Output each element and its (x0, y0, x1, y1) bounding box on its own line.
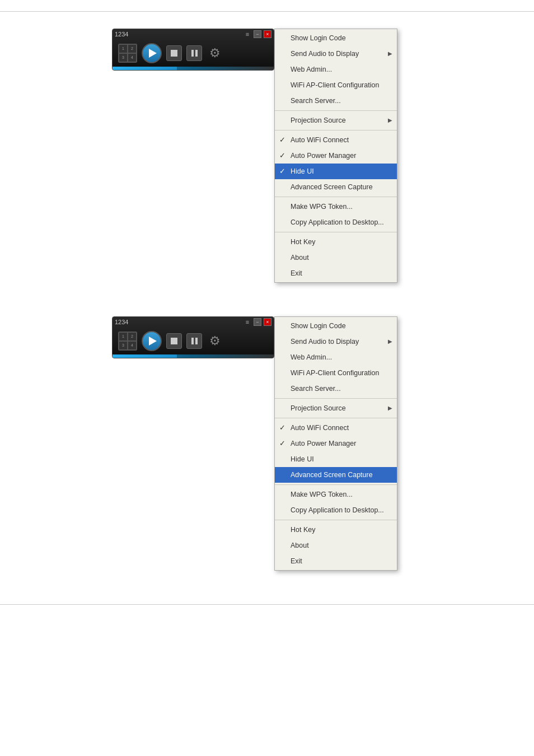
menu-item-sc2-auto-power[interactable]: Auto Power Manager (275, 436, 397, 451)
close-btn[interactable]: × (264, 30, 271, 38)
grid-layout-1: 1 2 3 4 (118, 44, 137, 63)
menu-item-sc2-send-audio[interactable]: Send Audio to Display▶ (275, 334, 397, 349)
separator-sc2-5 (275, 418, 397, 418)
separator-sc2-4 (275, 398, 397, 399)
grid-cell-4: 4 (128, 53, 137, 62)
menu-item-sc1-send-audio[interactable]: Send Audio to Display▶ (275, 46, 397, 62)
menu-item-sc1-hide-ui[interactable]: Hide UI (275, 164, 397, 179)
menu-item-sc1-about[interactable]: About (275, 250, 397, 265)
screenshot-2: 1234 ≡ − × 1 2 3 4 (112, 316, 493, 571)
progress-fill-2 (113, 354, 177, 358)
menu-item-sc2-hot-key[interactable]: Hot Key (275, 522, 397, 538)
menu-item-sc1-projection-source[interactable]: Projection Source▶ (275, 113, 397, 128)
minimize-btn-2[interactable]: − (254, 318, 261, 326)
progress-fill-1 (113, 67, 177, 70)
stop-button-2[interactable] (166, 333, 182, 349)
menu-item-sc2-auto-wifi[interactable]: Auto WiFi Connect (275, 420, 397, 436)
menu-item-sc2-advanced-screen[interactable]: Advanced Screen Capture (275, 467, 397, 483)
menu-item-sc2-exit[interactable]: Exit (275, 553, 397, 569)
separator-sc1-4 (275, 110, 397, 111)
context-menu-2: Show Login CodeSend Audio to Display▶Web… (274, 316, 397, 571)
player-widget-1: 1234 ≡ − × 1 2 3 4 (112, 29, 274, 71)
pause-bar-left (191, 50, 194, 57)
play-button-2[interactable] (142, 331, 162, 351)
menu-item-sc1-auto-wifi[interactable]: Auto WiFi Connect (275, 132, 397, 148)
page-container: 1234 ≡ − × 1 2 3 4 (0, 0, 534, 756)
arrow-icon-sc2-send-audio: ▶ (388, 337, 392, 346)
grid-cell-2: 2 (128, 44, 137, 53)
arrow-icon-sc1-send-audio: ▶ (388, 49, 392, 58)
close-btn-2[interactable]: × (264, 318, 271, 326)
menu-item-sc1-auto-power[interactable]: Auto Power Manager (275, 148, 397, 164)
progress-bar-2 (113, 354, 274, 358)
menu-item-sc1-search-server[interactable]: Search Server... (275, 93, 397, 109)
player-code-1: 1234 (115, 31, 128, 38)
grid-layout-2: 1 2 3 4 (118, 332, 137, 351)
minimize-btn[interactable]: − (254, 30, 261, 38)
menu-icon-btn[interactable]: ≡ (243, 30, 251, 38)
settings-button-1[interactable]: ⚙ (207, 45, 223, 62)
stop-button-1[interactable] (166, 45, 182, 61)
separator-sc1-11 (275, 232, 397, 232)
grid-cell-2-3: 3 (119, 341, 128, 350)
stop-icon (171, 50, 177, 57)
player-controls-2: 1 2 3 4 ⚙ (113, 327, 274, 354)
menu-item-sc1-show-login-code[interactable]: Show Login Code (275, 30, 397, 46)
play-icon (149, 49, 157, 58)
separator-sc2-11 (275, 520, 397, 520)
screenshot-1: 1234 ≡ − × 1 2 3 4 (112, 29, 493, 283)
arrow-icon-sc1-projection-source: ▶ (388, 116, 392, 125)
player-controls-1: 1 2 3 4 ⚙ (113, 39, 274, 67)
menu-item-sc2-show-login-code[interactable]: Show Login Code (275, 318, 397, 334)
stop-icon-2 (171, 338, 177, 344)
menu-item-sc2-make-wpg[interactable]: Make WPG Token... (275, 487, 397, 502)
menu-item-sc1-web-admin[interactable]: Web Admin... (275, 62, 397, 77)
pause-bar-2-left (191, 338, 194, 344)
menu-item-sc1-exit[interactable]: Exit (275, 265, 397, 281)
menu-icon-btn-2[interactable]: ≡ (243, 318, 251, 326)
grid-cell-2-1: 1 (119, 332, 128, 341)
progress-bar-1 (113, 67, 274, 70)
pause-bar-right (195, 50, 198, 57)
player-titlebar-1: 1234 ≡ − × (113, 29, 274, 39)
top-divider (0, 11, 534, 12)
pause-bar-2-right (195, 338, 198, 344)
menu-item-sc1-make-wpg[interactable]: Make WPG Token... (275, 199, 397, 214)
menu-item-sc2-copy-app[interactable]: Copy Application to Desktop... (275, 502, 397, 518)
grid-cell-3: 3 (119, 53, 128, 62)
settings-button-2[interactable]: ⚙ (207, 333, 223, 349)
grid-cell-2-4: 4 (128, 341, 137, 350)
menu-item-sc1-copy-app[interactable]: Copy Application to Desktop... (275, 214, 397, 230)
separator-sc2-9 (275, 484, 397, 485)
grid-cell-2-2: 2 (128, 332, 137, 341)
play-button-1[interactable] (142, 43, 162, 63)
menu-item-sc2-about[interactable]: About (275, 538, 397, 553)
menu-item-sc2-projection-source[interactable]: Projection Source▶ (275, 400, 397, 416)
menu-item-sc2-search-server[interactable]: Search Server... (275, 381, 397, 396)
separator-sc1-5 (275, 130, 397, 130)
pause-button-2[interactable] (186, 333, 202, 349)
pause-button-1[interactable] (186, 45, 202, 61)
player-widget-2: 1234 ≡ − × 1 2 3 4 (112, 316, 274, 358)
separator-sc1-9 (275, 197, 397, 197)
menu-item-sc1-hot-key[interactable]: Hot Key (275, 234, 397, 250)
player-code-2: 1234 (115, 319, 128, 325)
play-icon-2 (149, 337, 157, 346)
menu-item-sc1-advanced-screen[interactable]: Advanced Screen Capture (275, 179, 397, 195)
menu-item-sc1-wifi-ap[interactable]: WiFi AP-Client Configuration (275, 77, 397, 93)
menu-item-sc2-wifi-ap[interactable]: WiFi AP-Client Configuration (275, 365, 397, 381)
menu-item-sc2-hide-ui[interactable]: Hide UI (275, 451, 397, 467)
context-menu-1: Show Login CodeSend Audio to Display▶Web… (274, 29, 397, 283)
arrow-icon-sc2-projection-source: ▶ (388, 404, 392, 413)
menu-item-sc2-web-admin[interactable]: Web Admin... (275, 349, 397, 365)
player-titlebar-2: 1234 ≡ − × (113, 317, 274, 327)
bottom-divider (0, 604, 534, 605)
grid-cell-1: 1 (119, 44, 128, 53)
